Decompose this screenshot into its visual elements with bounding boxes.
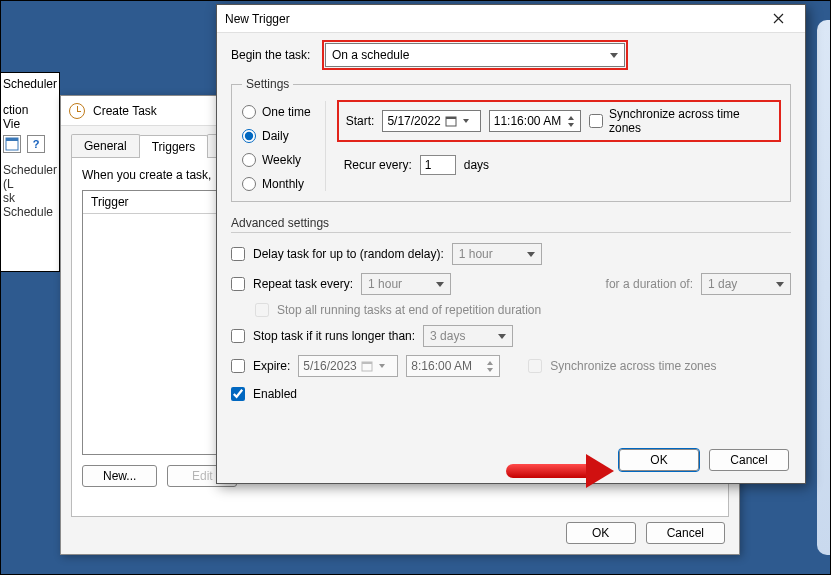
duration-dropdown: 1 day	[701, 273, 791, 295]
begin-task-value: On a schedule	[332, 48, 409, 62]
expire-sync-checkbox	[528, 359, 542, 373]
stop-if-dropdown: 3 days	[423, 325, 513, 347]
repeat-checkbox[interactable]	[231, 277, 245, 291]
expire-checkbox[interactable]	[231, 359, 245, 373]
help-icon[interactable]: ?	[27, 135, 45, 153]
begin-task-label: Begin the task:	[231, 48, 317, 62]
cancel-button[interactable]: Cancel	[709, 449, 789, 471]
tree-item[interactable]: Scheduler (L	[3, 163, 57, 191]
settings-legend: Settings	[242, 77, 293, 91]
task-scheduler-window: Scheduler ction Vie ? Scheduler (L sk Sc…	[0, 72, 60, 272]
start-date-value: 5/17/2022	[387, 114, 440, 128]
radio-one-time[interactable]: One time	[242, 105, 311, 119]
enabled-label: Enabled	[253, 387, 297, 401]
radio-monthly[interactable]: Monthly	[242, 177, 311, 191]
enabled-checkbox[interactable]	[231, 387, 245, 401]
stop-if-label: Stop task if it runs longer than:	[253, 329, 415, 343]
expire-label: Expire:	[253, 359, 290, 373]
svg-rect-1	[6, 138, 18, 141]
recur-unit: days	[464, 158, 489, 172]
ok-button[interactable]: OK	[619, 449, 699, 471]
sync-timezones-checkbox[interactable]: Synchronize across time zones	[589, 107, 772, 135]
divider	[231, 232, 791, 233]
menu-action[interactable]: ction	[3, 103, 28, 117]
calendar-icon	[445, 115, 457, 127]
close-button[interactable]	[759, 8, 797, 30]
expire-date-picker: 5/16/2023	[298, 355, 398, 377]
recur-input[interactable]	[420, 155, 456, 175]
time-spinner[interactable]	[566, 114, 576, 128]
menu-view[interactable]: Vie	[3, 117, 20, 131]
start-label: Start:	[346, 114, 375, 128]
delay-label: Delay task for up to (random delay):	[253, 247, 444, 261]
start-time-value: 11:16:00 AM	[494, 114, 561, 128]
svg-rect-3	[446, 117, 456, 119]
tab-triggers[interactable]: Triggers	[139, 135, 209, 158]
settings-group: Settings One time Daily Weekly Monthly	[231, 77, 791, 202]
tree-item[interactable]: sk Schedule	[3, 191, 57, 219]
toolbar-icon[interactable]	[3, 135, 21, 153]
new-button[interactable]: New...	[82, 465, 157, 487]
radio-daily[interactable]: Daily	[242, 129, 311, 143]
create-task-cancel-button[interactable]: Cancel	[646, 522, 725, 544]
clock-icon	[69, 103, 85, 119]
radio-weekly[interactable]: Weekly	[242, 153, 311, 167]
new-trigger-dialog: New Trigger Begin the task: On a schedul…	[216, 4, 806, 484]
chevron-down-icon	[463, 119, 469, 123]
advanced-heading: Advanced settings	[231, 216, 791, 230]
repeat-label: Repeat task every:	[253, 277, 353, 291]
window-title: Create Task	[93, 104, 157, 118]
desktop-edge	[817, 20, 831, 555]
dialog-title: New Trigger	[225, 12, 290, 26]
begin-task-dropdown[interactable]: On a schedule	[325, 43, 625, 67]
stop-all-checkbox	[255, 303, 269, 317]
recur-label: Recur every:	[344, 158, 412, 172]
tab-general[interactable]: General	[71, 134, 140, 157]
stop-if-checkbox[interactable]	[231, 329, 245, 343]
expire-time-picker: 8:16:00 AM	[406, 355, 500, 377]
duration-label: for a duration of:	[606, 277, 693, 291]
delay-dropdown: 1 hour	[452, 243, 542, 265]
app-menu: ction Vie	[3, 103, 57, 131]
stop-all-label: Stop all running tasks at end of repetit…	[277, 303, 541, 317]
start-time-picker[interactable]: 11:16:00 AM	[489, 110, 582, 132]
annotation-arrow	[506, 454, 614, 488]
expire-sync-label: Synchronize across time zones	[550, 359, 716, 373]
svg-rect-5	[362, 362, 372, 364]
repeat-dropdown: 1 hour	[361, 273, 451, 295]
app-title: Scheduler	[3, 77, 57, 91]
start-date-picker[interactable]: 5/17/2022	[382, 110, 480, 132]
chevron-down-icon	[610, 53, 618, 58]
create-task-ok-button[interactable]: OK	[566, 522, 636, 544]
delay-checkbox[interactable]	[231, 247, 245, 261]
